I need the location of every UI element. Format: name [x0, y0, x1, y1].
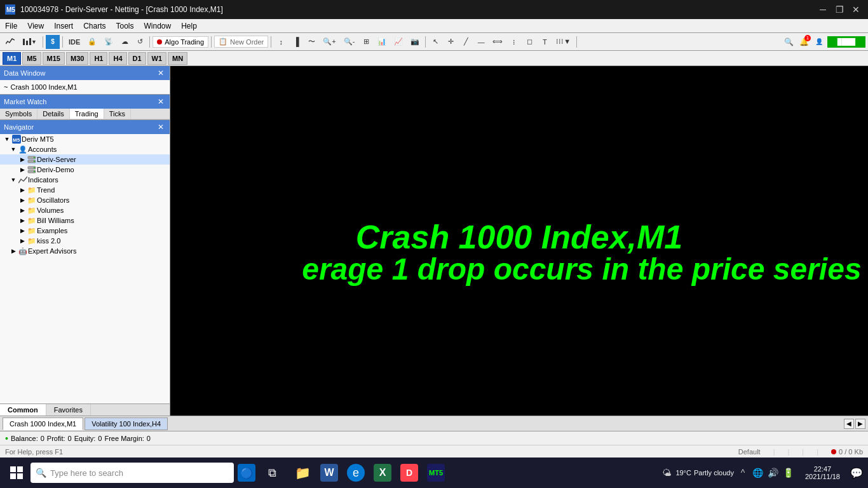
chart-tab-crash1000[interactable]: Crash 1000 Index,M1	[3, 417, 83, 430]
menu-window[interactable]: Window	[139, 19, 177, 32]
tree-deriv-demo[interactable]: ▶ Deriv-Demo	[0, 165, 170, 175]
data-window-close[interactable]: ✕	[156, 68, 166, 78]
timeframe-m5[interactable]: M5	[22, 52, 41, 65]
nav-tab-favorites[interactable]: Favorites	[46, 404, 91, 416]
toolbar-channel[interactable]: ⟺	[489, 35, 506, 49]
notification-button[interactable]: 🔔 1	[797, 35, 811, 49]
chart-scroll-left[interactable]: ◀	[844, 419, 854, 429]
algo-trading-button[interactable]: Algo Trading	[153, 36, 208, 48]
toolbar-screenshot[interactable]: 📷	[407, 35, 423, 49]
tree-examples[interactable]: ▶ 📁 Examples	[0, 226, 170, 236]
toolbar-chart-type[interactable]	[3, 35, 18, 49]
notification-center-button[interactable]: 💬	[848, 459, 865, 487]
toolbar-grid[interactable]: ⊞	[359, 35, 373, 49]
toolbar-shapes[interactable]: ◻	[522, 35, 536, 49]
restore-button[interactable]: ❐	[832, 4, 846, 15]
menu-insert[interactable]: Insert	[49, 19, 78, 32]
tree-demo-expand[interactable]: ▶	[18, 165, 27, 174]
menu-file[interactable]: File	[0, 19, 22, 32]
toolbar-cross[interactable]: ✛	[444, 35, 458, 49]
taskbar-edge[interactable]: e	[343, 459, 369, 487]
tree-billwilliams[interactable]: ▶ 📁 Bill Williams	[0, 215, 170, 226]
nav-tab-common[interactable]: Common	[0, 404, 46, 416]
clock[interactable]: 22:47 2021/11/18	[800, 465, 845, 480]
toolbar-zoom-out[interactable]: 🔍-	[341, 35, 358, 49]
search-button[interactable]: 🔍	[782, 35, 796, 49]
tray-arrow-icon[interactable]: ^	[736, 466, 749, 479]
toolbar-period[interactable]: 📊	[374, 35, 390, 49]
taskbar-fileexplorer[interactable]: 📁	[290, 459, 315, 487]
chart-tab-volatility100[interactable]: Volatility 100 Index,H4	[85, 417, 168, 430]
mw-tab-details[interactable]: Details	[37, 109, 70, 119]
tree-server-expand[interactable]: ▶	[18, 155, 27, 164]
new-order-button[interactable]: 📋 New Order	[214, 36, 268, 48]
tree-root-expand[interactable]: ▼	[3, 135, 11, 144]
timeframe-d1[interactable]: D1	[128, 52, 146, 65]
menu-view[interactable]: View	[22, 19, 49, 32]
toolbar-radio[interactable]: 📡	[101, 35, 116, 49]
toolbar-zoom-in[interactable]: 🔍+	[320, 35, 339, 49]
tree-indicators-expand[interactable]: ▼	[9, 175, 18, 184]
toolbar-crosshair[interactable]: ↕	[274, 35, 288, 49]
mw-tab-trading[interactable]: Trading	[70, 109, 104, 119]
navigator-close[interactable]: ✕	[156, 122, 166, 132]
toolbar-tick[interactable]: 📈	[391, 35, 406, 49]
tray-sound-icon[interactable]: 🔊	[767, 466, 780, 479]
toolbar-wave[interactable]: 〜	[304, 35, 318, 49]
toolbar-lock[interactable]: 🔒	[85, 35, 100, 49]
tree-bw-expand[interactable]: ▶	[18, 216, 27, 225]
tray-battery-icon[interactable]: 🔋	[782, 466, 795, 479]
tree-examples-expand[interactable]: ▶	[18, 226, 27, 235]
timeframe-mn[interactable]: MN	[168, 52, 187, 65]
start-button[interactable]	[3, 459, 31, 487]
taskbar-deriv[interactable]: D	[397, 459, 422, 487]
taskbar-mt5[interactable]: MT5	[423, 459, 449, 487]
tree-kiss[interactable]: ▶ 📁 kiss 2.0	[0, 236, 170, 246]
timeframe-w1[interactable]: W1	[147, 52, 167, 65]
mw-tab-symbols[interactable]: Symbols	[0, 109, 37, 119]
toolbar-objects[interactable]: ⁞⁞⁞▼	[553, 35, 574, 49]
menu-charts[interactable]: Charts	[78, 19, 111, 32]
menu-tools[interactable]: Tools	[111, 19, 139, 32]
tree-oscillators[interactable]: ▶ 📁 Oscillators	[0, 195, 170, 205]
tray-weather-icon[interactable]: 🌤	[660, 466, 673, 479]
tree-root[interactable]: ▼ M5 Deriv MT5	[0, 134, 170, 144]
tray-network-icon[interactable]: 🌐	[752, 466, 764, 479]
timeframe-m1[interactable]: M1	[3, 52, 21, 65]
menu-help[interactable]: Help	[176, 19, 202, 32]
tree-trend-expand[interactable]: ▶	[18, 186, 27, 194]
timeframe-m30[interactable]: M30	[66, 52, 88, 65]
tree-oscillators-expand[interactable]: ▶	[18, 196, 27, 205]
tree-indicators[interactable]: ▼ Indicators	[0, 175, 170, 185]
taskbar-excel[interactable]: X	[370, 459, 395, 487]
tree-kiss-expand[interactable]: ▶	[18, 236, 27, 245]
toolbar-cursor[interactable]: ↖	[428, 35, 442, 49]
taskbar-word[interactable]: W	[316, 459, 342, 487]
tree-accounts-expand[interactable]: ▼	[9, 145, 18, 154]
tree-deriv-server[interactable]: ▶ Deriv-Server	[0, 154, 170, 165]
toolbar-refresh[interactable]: ↺	[133, 35, 147, 49]
market-watch-close[interactable]: ✕	[156, 97, 166, 107]
account-info[interactable]: 👤	[812, 35, 826, 49]
tree-volumes[interactable]: ▶ 📁 Volumes	[0, 205, 170, 215]
mw-tab-ticks[interactable]: Ticks	[104, 109, 131, 119]
toolbar-ide[interactable]: IDE	[65, 35, 83, 49]
toolbar-fibo[interactable]: ⫶	[507, 35, 521, 49]
toolbar-line[interactable]: ╱	[459, 35, 473, 49]
tree-trend[interactable]: ▶ 📁 Trend	[0, 185, 170, 195]
tree-ea-expand[interactable]: ▶	[9, 247, 18, 255]
taskbar-taskview[interactable]: ⧉	[259, 459, 285, 487]
taskbar-cortana[interactable]: 🔵	[234, 459, 259, 487]
taskbar-search[interactable]: 🔍 Type here to search	[31, 463, 234, 483]
timeframe-h1[interactable]: H1	[90, 52, 107, 65]
tree-accounts[interactable]: ▼ 👤 Accounts	[0, 144, 170, 154]
close-button[interactable]: ✕	[849, 4, 863, 15]
toolbar-text[interactable]: T	[538, 35, 552, 49]
tree-ea[interactable]: ▶ 🤖 Expert Advisors	[0, 246, 170, 256]
toolbar-account-badge[interactable]: $	[46, 35, 60, 49]
toolbar-dropdown1[interactable]: ▼	[19, 35, 40, 49]
toolbar-cloud[interactable]: ☁	[118, 35, 132, 49]
chart-scroll-right[interactable]: ▶	[855, 419, 865, 429]
timeframe-h4[interactable]: H4	[109, 52, 126, 65]
toolbar-hline[interactable]: —	[474, 35, 488, 49]
